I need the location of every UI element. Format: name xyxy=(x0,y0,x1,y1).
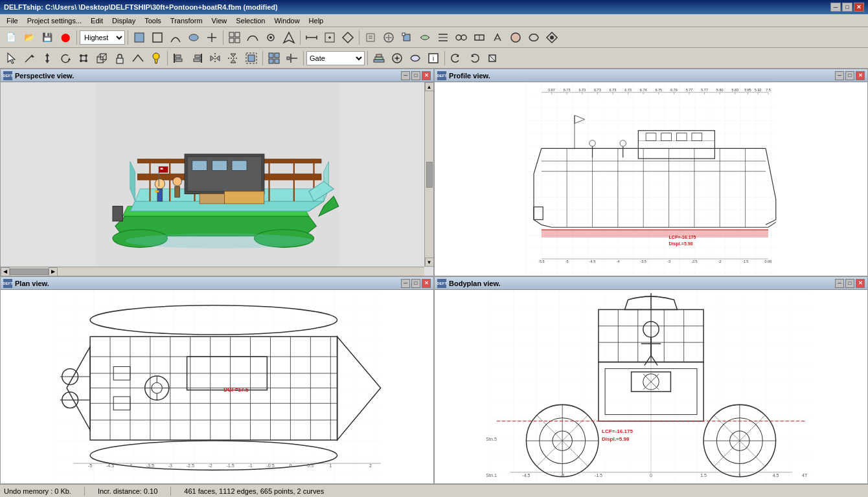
menu-view[interactable]: View xyxy=(208,16,231,26)
tb2-btn-sharpness[interactable] xyxy=(389,50,405,66)
tb2-btn-align-r[interactable] xyxy=(188,50,205,66)
tb-btn-extra1[interactable] xyxy=(362,30,379,45)
tb-btn-measure[interactable] xyxy=(303,30,320,45)
render-mode-btn2[interactable] xyxy=(149,30,166,45)
bodyplan-maximize[interactable]: □ xyxy=(845,279,854,288)
scroll-down-arrow[interactable]: ▼ xyxy=(425,258,434,267)
tb-btn-extra10[interactable] xyxy=(525,30,542,45)
render-mode-btn5[interactable] xyxy=(203,30,220,45)
scroll-up-arrow[interactable]: ▲ xyxy=(425,82,434,91)
bodyplan-close[interactable]: ✕ xyxy=(856,279,865,288)
tb2-btn-info[interactable]: i xyxy=(425,50,442,66)
tb2-btn-view-mode[interactable] xyxy=(266,50,282,66)
svg-text:6.75: 6.75 xyxy=(655,88,662,92)
plan-maximize[interactable]: □ xyxy=(411,279,420,288)
render-mode-btn1[interactable] xyxy=(131,30,148,45)
tb2-btn-align-l[interactable] xyxy=(170,50,187,66)
tb2-lock[interactable] xyxy=(111,50,128,66)
bodyplan-minimize[interactable]: ─ xyxy=(835,279,844,288)
svg-rect-108 xyxy=(159,166,168,172)
menu-selection[interactable]: Selection xyxy=(232,16,269,26)
tb2-move[interactable] xyxy=(39,50,56,66)
menu-file[interactable]: File xyxy=(3,16,22,26)
tb2-btn-view-single[interactable] xyxy=(284,50,301,66)
menu-edit[interactable]: Edit xyxy=(87,16,107,26)
tb2-select[interactable] xyxy=(3,50,19,66)
perspective-scroll-v[interactable]: ▲ ▼ xyxy=(424,82,433,267)
stop-button[interactable]: ⬤ xyxy=(57,30,74,45)
profile-minimize[interactable]: ─ xyxy=(835,71,844,80)
tb-btn-extra8[interactable] xyxy=(489,30,506,45)
render-mode-btn4[interactable] xyxy=(185,30,202,45)
menu-display[interactable]: Display xyxy=(108,16,139,26)
svg-rect-51 xyxy=(176,59,182,61)
menu-window[interactable]: Window xyxy=(270,16,303,26)
minimize-button[interactable]: ─ xyxy=(830,3,841,12)
scroll-left-arrow[interactable]: ◀ xyxy=(1,267,10,276)
perspective-close[interactable]: ✕ xyxy=(422,71,431,80)
svg-text:1.5: 1.5 xyxy=(700,473,707,478)
tb2-btn-flip[interactable] xyxy=(225,50,242,66)
svg-point-32 xyxy=(550,36,554,39)
tb2-btn-layer[interactable] xyxy=(371,50,387,66)
svg-rect-53 xyxy=(195,55,200,58)
tb-btn-extra3[interactable] xyxy=(398,30,415,45)
tb-btn-extra7[interactable] xyxy=(471,30,488,45)
undo-memory: Undo memory : 0 Kb. xyxy=(4,487,71,495)
tb2-extrude[interactable] xyxy=(93,50,110,66)
menu-project-settings[interactable]: Project settings... xyxy=(23,16,86,26)
tb2-crease[interactable] xyxy=(130,50,146,66)
close-button[interactable]: ✕ xyxy=(854,3,864,12)
tb-btn-extra5[interactable] xyxy=(435,30,451,45)
new-button[interactable]: 📄 xyxy=(3,30,19,45)
tb2-scale[interactable] xyxy=(75,50,92,66)
scroll-right-arrow[interactable]: ▶ xyxy=(49,267,58,276)
tb-btn-subdivide[interactable] xyxy=(339,30,356,45)
tb-btn-extra4[interactable] xyxy=(417,30,433,45)
menu-transform[interactable]: Transform xyxy=(166,16,207,26)
plan-close[interactable]: ✕ xyxy=(422,279,431,288)
save-button[interactable]: 💾 xyxy=(39,30,56,45)
tb2-edit[interactable] xyxy=(21,50,38,66)
tb-btn-extra9[interactable] xyxy=(507,30,524,45)
tb-btn-arrow[interactable] xyxy=(280,30,297,45)
svg-marker-60 xyxy=(231,60,236,63)
svg-text:0: 0 xyxy=(289,463,291,469)
tb-btn-curve[interactable] xyxy=(244,30,261,45)
render-mode-btn3[interactable] xyxy=(167,30,184,45)
tb2-rotate[interactable] xyxy=(57,50,74,66)
tb2-marker[interactable] xyxy=(148,50,165,66)
perspective-minimize[interactable]: ─ xyxy=(401,71,410,80)
bodyplan-header: DEFT Bodyplan view. ─ □ ✕ xyxy=(435,277,867,290)
tb-btn-grid[interactable] xyxy=(226,30,243,45)
svg-point-28 xyxy=(461,35,466,40)
quality-dropdown[interactable]: Highest High Medium Low xyxy=(80,30,125,45)
tb2-undo[interactable] xyxy=(448,50,464,66)
tb-btn-zoom-fit[interactable] xyxy=(321,30,338,45)
menu-help[interactable]: Help xyxy=(305,16,328,26)
svg-marker-35 xyxy=(45,53,49,63)
svg-text:5.77: 5.77 xyxy=(701,88,708,92)
tb2-redo[interactable] xyxy=(466,50,483,66)
profile-maximize[interactable]: □ xyxy=(845,71,854,80)
svg-point-41 xyxy=(85,60,87,62)
perspective-scroll-h[interactable]: ◀ ▶ xyxy=(1,267,424,276)
tb2-btn-mirror[interactable] xyxy=(207,50,223,66)
tb-btn-extra11[interactable] xyxy=(543,30,560,45)
tb2-btn-smooth[interactable] xyxy=(407,50,424,66)
perspective-maximize[interactable]: □ xyxy=(411,71,420,80)
tb-btn-points[interactable] xyxy=(262,30,279,45)
svg-marker-57 xyxy=(216,56,220,61)
profile-close[interactable]: ✕ xyxy=(856,71,865,80)
tb-btn-extra6[interactable] xyxy=(453,30,470,45)
gate-dropdown[interactable]: Gate Box Fence xyxy=(306,51,365,65)
plan-minimize[interactable]: ─ xyxy=(401,279,410,288)
menu-tools[interactable]: Tools xyxy=(141,16,165,26)
maximize-button[interactable]: □ xyxy=(842,3,852,12)
tb2-btn-select-all[interactable] xyxy=(243,50,260,66)
separator3 xyxy=(223,30,223,45)
open-button[interactable]: 📂 xyxy=(21,30,38,45)
profile-panel: DEFT Profile view. ─ □ ✕ xyxy=(434,69,868,276)
tb-btn-extra2[interactable] xyxy=(380,30,397,45)
tb2-keyframe[interactable] xyxy=(484,50,501,66)
